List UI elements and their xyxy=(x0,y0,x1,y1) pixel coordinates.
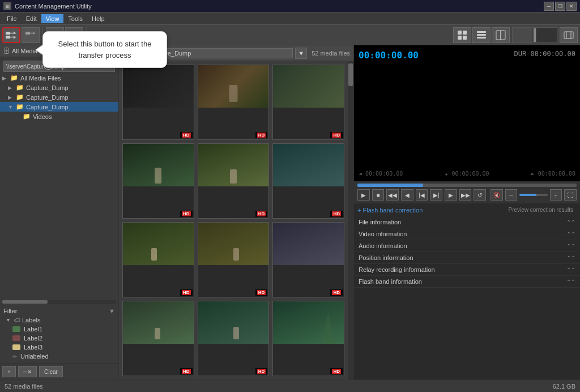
thumb-badge-11: HD xyxy=(255,368,268,374)
minimize-button[interactable]: ─ xyxy=(544,2,554,11)
thumbnail-6[interactable]: HD xyxy=(272,143,344,219)
svg-rect-17 xyxy=(564,32,573,39)
window-title: Content Management Utility xyxy=(15,3,92,10)
vol-down-button[interactable]: ─ xyxy=(505,189,518,201)
tree-label-capture3: Capture_Dump xyxy=(26,104,69,110)
panel-divider[interactable] xyxy=(534,28,536,42)
video-information-row[interactable]: Video information ⌃⌃ xyxy=(354,228,580,240)
audio-info-expand: ⌃⌃ xyxy=(566,243,575,249)
file-system-icon: 🗄 xyxy=(3,48,10,54)
thumb-badge-4: HD xyxy=(180,211,193,217)
dropdown-arrow[interactable]: ▼ xyxy=(295,48,307,59)
skip-back-button[interactable]: |◀ xyxy=(416,189,428,201)
tree-item-capture1[interactable]: ▶ 📁 Capture_Dump xyxy=(0,83,118,92)
duration-display: DUR 00:00:00.00 xyxy=(514,50,575,58)
list-view-button[interactable] xyxy=(472,27,491,43)
menu-tools[interactable]: Tools xyxy=(63,14,87,23)
thumbnail-7[interactable]: HD xyxy=(122,222,194,297)
preview-results-label[interactable]: Preview correction results xyxy=(505,206,577,214)
fullscreen-button[interactable]: ⛶ xyxy=(564,189,577,201)
thumbnail-12[interactable]: HD xyxy=(272,301,344,376)
timecode-display: 00:00:00.00 xyxy=(359,50,419,61)
filter-collapse-icon[interactable]: ▼ xyxy=(109,308,115,314)
svg-rect-11 xyxy=(463,36,467,40)
delete-label-button[interactable]: ─✕ xyxy=(18,366,37,377)
labels-icon: 🏷 xyxy=(14,317,20,323)
volume-slider[interactable] xyxy=(519,194,547,196)
filter-label: Filter xyxy=(3,308,17,314)
thumbnail-9[interactable]: HD xyxy=(272,222,344,297)
thumb-image-5 xyxy=(198,144,269,186)
tree-item-videos[interactable]: 📁 Videos xyxy=(0,112,118,121)
status-disk-size: 62.1 GB xyxy=(553,383,575,390)
thumb-badge-3: HD xyxy=(330,132,343,138)
file-info-expand: ⌃⌃ xyxy=(566,219,575,225)
label-item-2[interactable]: Label2 xyxy=(3,334,115,343)
svg-rect-13 xyxy=(477,34,486,36)
flash-band-info-row[interactable]: Flash band information ⌃⌃ xyxy=(354,276,580,288)
transfer-button[interactable] xyxy=(2,27,20,43)
position-information-row[interactable]: Position information ⌃⌃ xyxy=(354,252,580,264)
mute-button[interactable]: 🔇 xyxy=(491,189,503,201)
label-name-unlabeled: Unlabeled xyxy=(20,353,49,360)
thumbnail-2[interactable]: HD xyxy=(198,65,270,140)
thumbnail-3[interactable]: HD xyxy=(272,65,344,140)
vol-up-button[interactable]: + xyxy=(550,189,562,201)
import-button[interactable] xyxy=(22,27,40,43)
menu-file[interactable]: File xyxy=(2,14,22,23)
info-panels: File information ⌃⌃ Video information ⌃⌃… xyxy=(354,216,580,380)
center-scrollbar[interactable] xyxy=(348,61,353,380)
prev-button[interactable]: ◀ xyxy=(401,189,413,201)
file-information-row[interactable]: File information ⌃⌃ xyxy=(354,216,580,228)
tree-label-videos: Videos xyxy=(33,113,52,120)
thumbnail-5[interactable]: HD xyxy=(198,143,270,219)
next-button[interactable]: ▶ xyxy=(445,189,457,201)
tree-item-capture3[interactable]: ▼ 📁 Capture_Dump xyxy=(0,102,118,112)
dur-label: DUR xyxy=(514,50,527,58)
label-item-unlabeled[interactable]: ✏ Unlabeled xyxy=(3,352,115,361)
expand-icon-1: ▶ xyxy=(8,85,14,91)
grid-view-button[interactable] xyxy=(453,27,471,43)
label-item-1[interactable]: Label1 xyxy=(3,325,115,334)
timeline-view-button[interactable] xyxy=(560,27,578,43)
thumb-badge-7: HD xyxy=(180,289,193,296)
restore-button[interactable]: ❐ xyxy=(555,2,565,11)
flash-band-label[interactable]: + Flash band correction xyxy=(357,207,423,214)
scrollbar-thumb[interactable] xyxy=(348,63,353,86)
left-panel-bottom: + ─✕ Clear xyxy=(0,363,118,380)
tree-label-capture1: Capture_Dump xyxy=(26,84,69,91)
tree-item-labels[interactable]: ▼ 🏷 Labels xyxy=(3,316,115,325)
thumbnail-1[interactable]: HD xyxy=(122,65,194,140)
prev-frame-button[interactable]: ◀◀ xyxy=(386,189,399,201)
menu-edit[interactable]: Edit xyxy=(22,14,41,23)
next-frame-button[interactable]: ▶▶ xyxy=(459,189,472,201)
add-label-button[interactable]: + xyxy=(2,366,16,377)
stop-button[interactable]: ■ xyxy=(372,189,385,201)
thumbnail-11[interactable]: HD xyxy=(198,301,270,376)
thumbnail-10[interactable]: HD xyxy=(122,301,194,376)
tree-item-capture2[interactable]: ▶ 📁 Capture_Dump xyxy=(0,92,118,102)
loop-button[interactable]: ↺ xyxy=(474,189,486,201)
thumbnail-8[interactable]: HD xyxy=(198,222,270,297)
label-item-3[interactable]: Label3 xyxy=(3,343,115,352)
status-media-count: 52 media files xyxy=(5,383,43,390)
close-button[interactable]: ✕ xyxy=(566,2,577,11)
position-info-label: Position information xyxy=(359,254,413,261)
right-panel: 00:00:00.00 DUR 00:00:00.00 ◄ 00:00:00.0… xyxy=(353,45,580,380)
relay-recording-row[interactable]: Relay recording information ⌃⌃ xyxy=(354,264,580,276)
tree-label-all-media: All Media Files xyxy=(20,75,61,82)
filter-header: Filter ▼ xyxy=(3,306,115,316)
skip-fwd-button[interactable]: ▶| xyxy=(430,189,442,201)
delete-icon: ─✕ xyxy=(23,369,32,375)
tree-item-all-media[interactable]: ▶ 📁 All Media Files xyxy=(0,73,118,83)
thumbnail-4[interactable]: HD xyxy=(122,143,194,219)
menu-help[interactable]: Help xyxy=(87,14,109,23)
clear-button[interactable]: Clear xyxy=(39,366,63,377)
timeline-bar[interactable] xyxy=(357,184,577,187)
folder-icon-3: 📁 xyxy=(16,103,24,110)
play-button[interactable]: ▶ xyxy=(357,189,370,201)
menu-view[interactable]: View xyxy=(41,14,64,23)
audio-information-row[interactable]: Audio information ⌃⌃ xyxy=(354,240,580,252)
menu-bar: File Edit View Tools Help xyxy=(0,12,580,25)
split-view-button[interactable] xyxy=(492,27,510,43)
